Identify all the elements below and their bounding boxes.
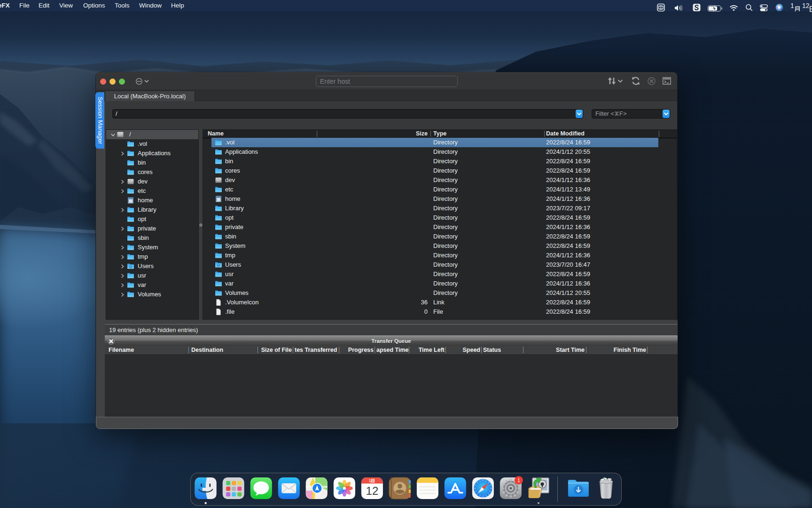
- svg-text:12: 12: [366, 484, 379, 497]
- svg-text:1: 1: [369, 478, 371, 483]
- svg-text:1: 1: [517, 477, 520, 483]
